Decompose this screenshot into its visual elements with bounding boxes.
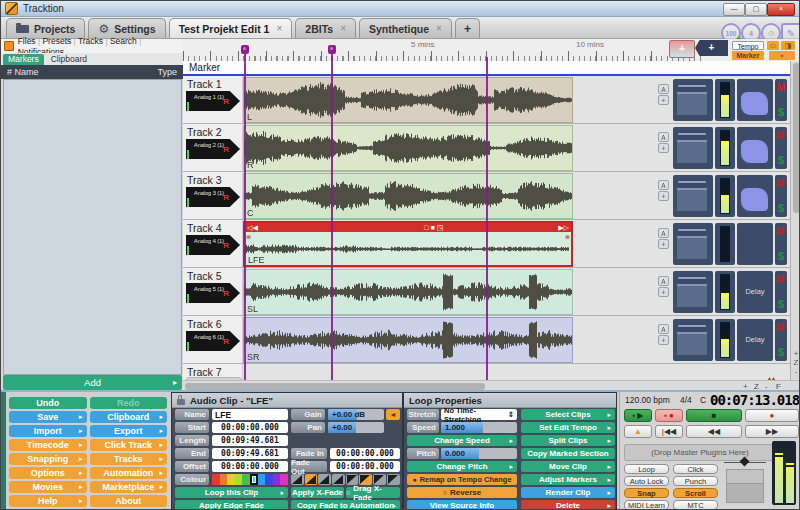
audio-clip[interactable]: SL bbox=[243, 269, 573, 315]
solo-button[interactable]: S bbox=[775, 203, 787, 214]
stop-button[interactable]: ■ bbox=[686, 409, 742, 422]
change-speed-button[interactable]: Change Speed ▸ bbox=[407, 435, 517, 446]
mute-button[interactable]: M bbox=[775, 322, 787, 333]
record-arm-indicator[interactable]: R bbox=[223, 337, 229, 346]
audition-speaker-button[interactable]: ◄ bbox=[386, 409, 400, 420]
record-arm-indicator[interactable]: R bbox=[223, 97, 229, 106]
tracks-button[interactable]: Tracks▸ bbox=[90, 453, 168, 465]
minimize-button[interactable]: — bbox=[723, 3, 745, 16]
split-clips-button[interactable]: Split Clips▸ bbox=[521, 435, 615, 446]
master-fader-pointer[interactable] bbox=[724, 458, 766, 467]
volume-pan-plugin[interactable] bbox=[673, 271, 713, 313]
speed-slider[interactable]: 1.000 bbox=[441, 422, 517, 433]
click-track-button[interactable]: Click Track▸ bbox=[90, 439, 168, 451]
mute-button[interactable]: M bbox=[775, 178, 787, 189]
solo-button[interactable]: S bbox=[775, 155, 787, 166]
level-meter-plugin[interactable] bbox=[715, 223, 735, 265]
length-field[interactable] bbox=[212, 435, 288, 446]
view-source-info-button[interactable]: View Source Info bbox=[407, 500, 517, 510]
column-type[interactable]: Type bbox=[157, 67, 177, 77]
undo-button[interactable]: Undo bbox=[9, 397, 87, 409]
insert-plugin[interactable] bbox=[737, 223, 773, 265]
track-header[interactable]: Track 5Analog 5 (1)R bbox=[183, 268, 243, 315]
volume-pan-plugin[interactable] bbox=[673, 79, 713, 121]
key-readout[interactable]: C bbox=[700, 395, 706, 405]
loop-mode-icons[interactable]: □ ■ ◳ bbox=[424, 223, 443, 232]
mute-button[interactable]: M bbox=[775, 130, 787, 141]
record-arm-indicator[interactable]: R bbox=[223, 145, 229, 154]
loop-range-icon[interactable]: ⬭ bbox=[767, 41, 779, 50]
fade-out-field[interactable] bbox=[330, 461, 400, 472]
menu-item-tracks[interactable]: Tracks bbox=[76, 36, 106, 46]
record-arm-indicator[interactable]: R bbox=[223, 289, 229, 298]
add-plugin-button[interactable]: + bbox=[658, 287, 669, 297]
level-meter-plugin[interactable] bbox=[715, 79, 735, 121]
automation-button[interactable]: A bbox=[658, 228, 669, 238]
level-meter-plugin[interactable] bbox=[715, 271, 735, 313]
mute-button[interactable]: M bbox=[775, 82, 787, 93]
tab-2bits[interactable]: 2BITs× bbox=[295, 18, 356, 38]
clipboard-button[interactable]: Clipboard▸ bbox=[90, 411, 168, 423]
colour-swatch[interactable] bbox=[220, 474, 228, 485]
insert-plugin[interactable] bbox=[737, 175, 773, 217]
automation-button[interactable]: A bbox=[658, 324, 669, 334]
about-button[interactable]: About bbox=[90, 495, 168, 507]
audio-clip[interactable]: R bbox=[243, 125, 573, 171]
track-input-badge[interactable]: Analog 2 (1)R bbox=[186, 139, 240, 159]
level-meter-plugin[interactable] bbox=[715, 319, 735, 361]
marker-pin[interactable] bbox=[328, 45, 336, 54]
marker-options-icon[interactable]: ▪ bbox=[769, 51, 795, 60]
save-button[interactable]: Save▸ bbox=[9, 411, 87, 423]
mute-button[interactable]: M bbox=[775, 274, 787, 285]
record-arm-button[interactable]: ▪● bbox=[655, 409, 683, 422]
record-arm-indicator[interactable]: R bbox=[223, 241, 229, 250]
copy-marked-section-button[interactable]: Copy Marked Section bbox=[521, 448, 615, 459]
insert-plugin[interactable]: Delay bbox=[737, 319, 773, 361]
redo-button[interactable]: Redo bbox=[90, 397, 168, 409]
drag-xfade-button[interactable]: ○ Drag X-Fade bbox=[346, 487, 400, 498]
set-edit-tempo-button[interactable]: Set Edit Tempo▸ bbox=[521, 422, 615, 433]
delete-button[interactable]: Delete▸ bbox=[521, 500, 615, 510]
start-field[interactable] bbox=[212, 422, 288, 433]
track-header[interactable]: Track 1Analog 1 (1)R bbox=[183, 76, 243, 123]
track-header[interactable]: Track 2Analog 2 (1)R bbox=[183, 124, 243, 171]
gain-slider[interactable]: +0.00 dB bbox=[328, 409, 384, 420]
insert-plugin[interactable] bbox=[737, 79, 773, 121]
level-meter-plugin[interactable] bbox=[715, 175, 735, 217]
add-plugin-button[interactable]: + bbox=[658, 191, 669, 201]
fade-shape-in-button[interactable] bbox=[332, 474, 345, 485]
horizontal-scroll-thumb[interactable] bbox=[185, 383, 485, 390]
scroll-toggle[interactable]: Scroll bbox=[673, 488, 718, 498]
record-button[interactable]: ● bbox=[745, 409, 799, 422]
import-button[interactable]: Import▸ bbox=[9, 425, 87, 437]
record-arm-indicator[interactable]: R bbox=[223, 193, 229, 202]
volume-pan-plugin[interactable] bbox=[673, 319, 713, 361]
end-field[interactable] bbox=[212, 448, 288, 459]
punch-toggle[interactable]: Punch bbox=[673, 476, 718, 486]
tempo-track-button[interactable]: Tempo bbox=[732, 41, 764, 50]
colour-swatch[interactable] bbox=[280, 474, 288, 485]
fade-shape-in-button[interactable] bbox=[305, 474, 318, 485]
trim-start-icon[interactable]: ◁◀ bbox=[247, 223, 258, 232]
mute-button[interactable]: M bbox=[775, 226, 787, 237]
movies-button[interactable]: Movies▸ bbox=[9, 481, 87, 493]
automation-button[interactable]: A bbox=[658, 132, 669, 142]
time-display[interactable]: 00:07:13.018 bbox=[710, 392, 799, 408]
loop-this-clip-button[interactable]: Loop this Clip ▸ bbox=[175, 487, 288, 498]
vertical-zoom-item[interactable]: + bbox=[791, 349, 800, 358]
tab-synthetique[interactable]: Synthetique× bbox=[359, 18, 452, 38]
click-toggle[interactable]: Click bbox=[673, 464, 718, 474]
colour-swatch[interactable] bbox=[227, 474, 235, 485]
track-input-badge[interactable]: Analog 1 (1)R bbox=[186, 91, 240, 111]
automation-button[interactable]: A bbox=[658, 276, 669, 286]
tempo-readout[interactable]: 120.00 bpm bbox=[625, 395, 670, 405]
colour-swatch[interactable] bbox=[265, 474, 273, 485]
marker-track-button[interactable]: Marker bbox=[732, 51, 764, 60]
close-icon[interactable]: × bbox=[340, 23, 346, 34]
track-input-badge[interactable]: Analog 4 (1)R bbox=[186, 235, 240, 255]
colour-swatch[interactable] bbox=[273, 474, 281, 485]
vertical-zoom-item[interactable]: - bbox=[791, 367, 800, 376]
track-input-badge[interactable]: Analog 6 (1)R bbox=[186, 331, 240, 351]
midi-learn-toggle[interactable]: MIDI Learn bbox=[624, 500, 669, 510]
audio-clip[interactable]: C bbox=[243, 173, 573, 219]
